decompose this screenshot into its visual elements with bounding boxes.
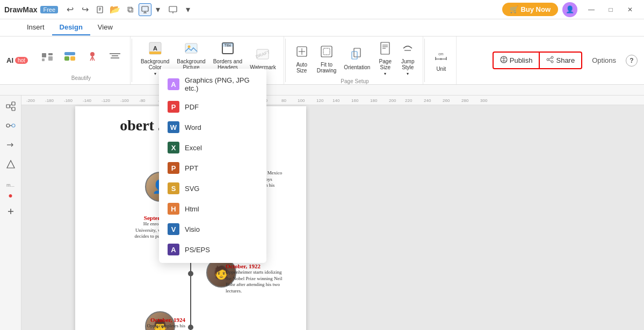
sidebar-tool-shape[interactable] <box>2 156 19 173</box>
ppt-label: PPT <box>185 164 198 172</box>
jump-style-label: JumpStyle <box>401 58 414 70</box>
unit-section: cm Unit <box>426 36 457 84</box>
sidebar-tool-connect[interactable] <box>2 117 19 134</box>
svg-rect-37 <box>323 48 330 55</box>
export-pseps-item[interactable]: A PS/EPS <box>159 239 266 260</box>
export-ppt-item[interactable]: P PPT <box>159 158 266 178</box>
sidebar-tool-diagram[interactable] <box>2 98 19 115</box>
red-dot-icon: ● <box>8 191 12 200</box>
word-label: Word <box>185 123 201 131</box>
position-m: m... <box>6 182 15 188</box>
svg-text:220: 220 <box>405 98 413 103</box>
dropdown-arrow-button[interactable]: ▾ <box>151 3 164 16</box>
close-button[interactable]: ✕ <box>620 3 640 16</box>
jump-style-chevron: ▾ <box>407 71 409 76</box>
svg-point-63 <box>6 124 10 127</box>
present-button[interactable] <box>167 3 179 16</box>
svg-rect-10 <box>48 53 53 55</box>
tab-home[interactable] <box>4 24 19 32</box>
undo-button[interactable]: ↩ <box>63 3 76 16</box>
svg-point-54 <box>551 61 553 63</box>
beautify-btn-1[interactable] <box>37 47 58 68</box>
beautify-icon-3 <box>85 49 100 65</box>
options-button[interactable]: Options <box>587 53 621 68</box>
export-svg-item[interactable]: S SVG <box>159 178 266 199</box>
title-right: 🛒 Buy Now 👤 — □ ✕ <box>502 2 640 17</box>
ai-label: AI <box>6 56 13 64</box>
share-button[interactable]: Share <box>540 52 582 69</box>
tab-design[interactable]: Design <box>52 20 90 35</box>
maximize-button[interactable]: □ <box>601 3 620 16</box>
fit-drawing-icon <box>319 44 334 61</box>
buy-now-button[interactable]: 🛒 Buy Now <box>502 3 558 16</box>
open-button[interactable]: 📂 <box>108 3 121 16</box>
svg-text:-120: -120 <box>102 98 111 103</box>
event-date-3: October, 1922 <box>226 263 306 269</box>
excel-icon: X <box>168 142 179 153</box>
svg-icon: S <box>168 182 179 194</box>
svg-marker-67 <box>7 160 15 168</box>
export-visio-item[interactable]: V Visio <box>159 219 266 239</box>
tab-view[interactable]: View <box>90 20 120 35</box>
beautify-btn-2[interactable] <box>59 47 81 68</box>
auto-size-label: AutoSize <box>296 62 307 74</box>
duplicate-button[interactable]: ⧉ <box>124 3 136 16</box>
export-html-item[interactable]: H Html <box>159 199 266 219</box>
svg-point-53 <box>547 58 549 61</box>
export-word-item[interactable]: W Word <box>159 117 266 137</box>
beautify-label: Beautify <box>71 75 91 82</box>
canvas-ruler: -200-180-160-140-120-100-80-60-40-200204… <box>21 96 644 105</box>
svg-rect-14 <box>64 56 69 61</box>
more-button[interactable]: ▾ <box>182 3 194 16</box>
unit-label: Unit <box>436 66 446 72</box>
unit-icon: cm <box>433 48 448 65</box>
help-button[interactable]: ? <box>626 55 638 67</box>
beautify-btn-4[interactable] <box>104 47 126 68</box>
orientation-button[interactable]: Orientation <box>341 45 373 72</box>
svg-text:240: 240 <box>424 98 431 103</box>
sidebar-tool-arrow[interactable] <box>2 136 19 153</box>
svg-rect-11 <box>42 58 45 61</box>
app-logo: DrawMax <box>4 5 37 14</box>
redo-button[interactable]: ↪ <box>78 3 91 16</box>
new-button[interactable] <box>93 3 106 16</box>
svg-line-55 <box>549 58 551 59</box>
svg-text:A: A <box>153 45 157 52</box>
export-pdf-item[interactable]: P PDF <box>159 97 266 117</box>
publish-label: Publish <box>510 56 533 64</box>
jump-style-button[interactable]: JumpStyle ▾ <box>397 39 418 78</box>
unit-button[interactable]: cm Unit <box>430 46 452 74</box>
plan-badge: Free <box>40 6 58 13</box>
fit-drawing-button[interactable]: Fit toDrawing <box>314 42 340 76</box>
word-icon: W <box>168 121 179 133</box>
svg-rect-25 <box>149 52 161 54</box>
publish-button[interactable]: Publish <box>493 52 540 69</box>
canvas-area[interactable]: -200-180-160-140-120-100-80-60-40-200204… <box>21 96 644 330</box>
unit-buttons: cm Unit <box>430 39 452 81</box>
event-date-4: October, 1924 <box>105 317 185 323</box>
page-setup-section: AutoSize Fit toDrawing Orientation PageS… <box>287 36 424 84</box>
svg-text:140: 140 <box>332 98 340 103</box>
publish-share-group: Publish Share <box>493 52 582 69</box>
beautify-btn-3[interactable] <box>82 47 103 68</box>
user-avatar[interactable]: 👤 <box>562 2 577 17</box>
auto-size-button[interactable]: AutoSize <box>291 42 313 76</box>
export-excel-item[interactable]: X Excel <box>159 137 266 158</box>
svg-rect-59 <box>12 102 15 105</box>
svg-rect-57 <box>24 85 614 96</box>
minimize-button[interactable]: — <box>582 3 601 16</box>
excel-label: Excel <box>185 144 202 152</box>
svg-rect-0 <box>97 6 103 13</box>
cart-icon: 🛒 <box>510 5 518 13</box>
event-right-2: October, 1922 Oppenheimer starts idolizi… <box>226 263 306 295</box>
visio-icon: V <box>168 223 179 235</box>
orientation-icon <box>350 47 365 63</box>
export-button export-active[interactable] <box>139 3 151 16</box>
sidebar-add-button[interactable] <box>2 203 19 220</box>
export-graphics-item[interactable]: A Graphics (PNG, JPG etc.) <box>159 72 266 97</box>
svg-rect-39 <box>352 52 357 59</box>
page-size-button[interactable]: PageSize ▾ <box>374 39 396 78</box>
tab-insert[interactable]: Insert <box>19 20 52 35</box>
svg-text:-80: -80 <box>139 98 146 103</box>
watermark-icon: DRAFT <box>255 47 270 63</box>
